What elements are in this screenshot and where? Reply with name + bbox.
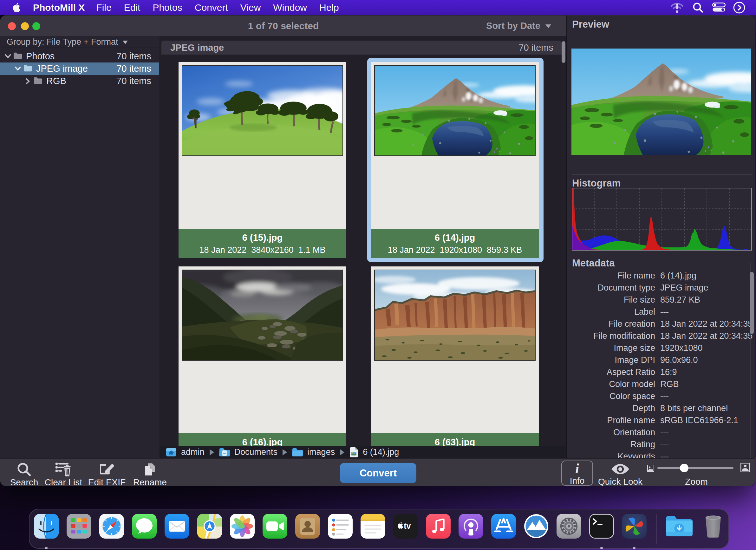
svg-text:tv: tv (404, 521, 411, 530)
